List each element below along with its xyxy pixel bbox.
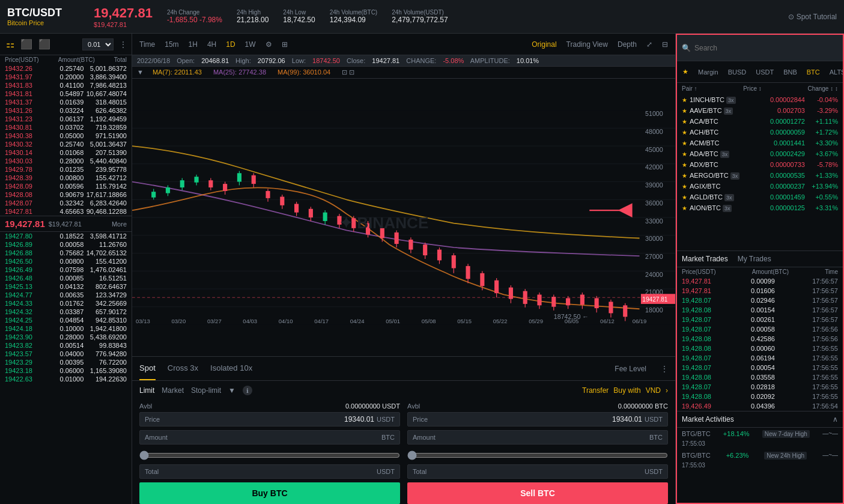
- bid-row[interactable]: 19424.320.03387657.90172: [0, 308, 132, 316]
- pair-list-item[interactable]: ★ ACA/BTC 0.00001272 +1.11%: [677, 116, 843, 127]
- buy-amount-input[interactable]: [175, 433, 379, 442]
- sell-amount-input[interactable]: [443, 433, 647, 442]
- bid-row[interactable]: 19422.630.01000194.22630: [0, 375, 132, 383]
- ask-row[interactable]: 19430.380.05000971.51900: [0, 132, 132, 140]
- chart-grid-icon[interactable]: ⊞: [279, 39, 290, 50]
- original-view-btn[interactable]: Original: [529, 39, 559, 50]
- stop-limit-order-type[interactable]: Stop-limit: [191, 386, 221, 395]
- ask-row[interactable]: 19431.970.200003,886.39400: [0, 73, 132, 81]
- ask-row[interactable]: 19431.370.01639318.48015: [0, 98, 132, 106]
- my-trades-tab[interactable]: My Trades: [738, 255, 771, 263]
- pair-favorite-star[interactable]: ★: [682, 172, 687, 179]
- bid-row[interactable]: 19424.180.100001,942.41800: [0, 324, 132, 333]
- bid-row[interactable]: 19424.770.00635123.34729: [0, 291, 132, 299]
- bid-row[interactable]: 19426.880.7568214,702.65132: [0, 249, 132, 257]
- bid-row[interactable]: 19424.250.04854942.85310: [0, 316, 132, 324]
- pair-favorite-star[interactable]: ★: [682, 129, 687, 136]
- pair-list-item[interactable]: ★ AAVE/BTC3x 0.002703 -3.29%: [677, 105, 843, 116]
- bid-row[interactable]: 19426.500.00800155.41200: [0, 257, 132, 266]
- pair-list-item[interactable]: ★ AGIX/BTC 0.00000237 +13.94%: [677, 181, 843, 192]
- transfer-link[interactable]: Transfer: [582, 386, 609, 395]
- pair-list-item[interactable]: ★ 1INCH/BTC3x 0.00002844 -0.04%: [677, 94, 843, 105]
- pair-favorite-star[interactable]: ★: [682, 162, 687, 168]
- pair-list-item[interactable]: ★ AGLD/BTC3x 0.00001459 +0.55%: [677, 192, 843, 202]
- usdt-tab[interactable]: USDT: [754, 67, 776, 77]
- buy-price-input-row[interactable]: Price USDT: [139, 412, 400, 427]
- tick-size-select[interactable]: 0.01 0.1 1: [82, 38, 114, 50]
- bid-row[interactable]: 19425.130.04132802.64637: [0, 282, 132, 291]
- buy-slider-row[interactable]: [139, 448, 400, 464]
- bid-row[interactable]: 19426.480.0008516.51251: [0, 274, 132, 282]
- buy-with-link[interactable]: Buy with: [613, 386, 640, 395]
- sell-slider-row[interactable]: [407, 448, 668, 464]
- search-bar[interactable]: 🔍: [677, 35, 843, 61]
- order-type-info-icon[interactable]: ℹ: [243, 386, 252, 395]
- bid-row[interactable]: 19427.800.185223,598.41712: [0, 232, 132, 240]
- buy-total-input[interactable]: [175, 467, 374, 476]
- isolated-tab[interactable]: Isolated 10x: [210, 357, 252, 380]
- ask-row[interactable]: 19428.070.323426,283.42640: [0, 199, 132, 207]
- pair-favorite-star[interactable]: ★: [682, 140, 687, 147]
- ask-row[interactable]: 19428.390.00800155.42712: [0, 174, 132, 182]
- sell-amount-input-row[interactable]: Amount BTC: [407, 430, 668, 445]
- sell-price-input[interactable]: [443, 415, 642, 424]
- market-order-type[interactable]: Market: [162, 386, 184, 395]
- chart-settings-icon[interactable]: ⚙: [263, 39, 275, 50]
- bid-row[interactable]: 19423.290.0039576.72200: [0, 358, 132, 366]
- trading-view-btn[interactable]: Trading View: [564, 39, 610, 50]
- favorites-tab[interactable]: ★: [681, 67, 690, 77]
- busd-tab[interactable]: BUSD: [726, 67, 748, 77]
- sell-total-input[interactable]: [443, 467, 642, 476]
- buy-amount-input-row[interactable]: Amount BTC: [139, 430, 400, 445]
- layout-icon[interactable]: ⊟: [660, 39, 670, 50]
- pair-favorite-star[interactable]: ★: [682, 108, 687, 114]
- pair-list-item[interactable]: ★ ACH/BTC 0.00000059 +1.72%: [677, 127, 843, 138]
- pair-favorite-star[interactable]: ★: [682, 183, 687, 190]
- pair-list-item[interactable]: ★ ACM/BTC 0.0001441 +3.30%: [677, 138, 843, 148]
- market-trades-tab[interactable]: Market Trades: [682, 255, 728, 263]
- spot-tutorial-link[interactable]: ⊙ Spot Tutorial: [788, 13, 837, 21]
- ask-row[interactable]: 19431.230.061371,192.49459: [0, 115, 132, 123]
- pair-favorite-star[interactable]: ★: [682, 118, 687, 125]
- more-button[interactable]: More: [112, 220, 127, 228]
- bid-row[interactable]: 19423.570.04000776.94280: [0, 350, 132, 358]
- bid-row[interactable]: 19423.180.060001,165.39080: [0, 366, 132, 375]
- depth-view-btn[interactable]: Depth: [615, 39, 639, 50]
- settings-icon[interactable]: ⋮: [120, 40, 127, 49]
- pair-list-item[interactable]: ★ AERGO/BTC3x 0.00000535 +1.33%: [677, 170, 843, 181]
- pair-list-item[interactable]: ★ ADX/BTC 0.00000733 -5.78%: [677, 159, 843, 170]
- interval-4h[interactable]: 4H: [205, 39, 219, 50]
- ask-row[interactable]: 19431.260.03224626.46382: [0, 106, 132, 115]
- bid-row[interactable]: 19423.820.0051499.83843: [0, 341, 132, 350]
- order-type-chevron[interactable]: ▼: [228, 386, 235, 395]
- ask-row[interactable]: 19432.260.257405,001.86372: [0, 64, 132, 73]
- bid-row[interactable]: 19426.490.075981,476.02461: [0, 266, 132, 274]
- pair-list-item[interactable]: ★ ADA/BTC3x 0.00002429 +3.67%: [677, 148, 843, 159]
- interval-1d[interactable]: 1D: [223, 39, 237, 50]
- sell-amount-slider[interactable]: [407, 451, 668, 460]
- ask-row[interactable]: 19430.030.280005,440.40840: [0, 157, 132, 165]
- sell-price-input-row[interactable]: Price USDT: [407, 412, 668, 427]
- buy-price-input[interactable]: [175, 415, 374, 424]
- interval-15m[interactable]: 15m: [162, 39, 181, 50]
- ask-row[interactable]: 19428.090.00596115.79142: [0, 182, 132, 190]
- buy-with-arrow[interactable]: ›: [666, 386, 668, 395]
- pair-favorite-star[interactable]: ★: [682, 194, 687, 201]
- limit-order-type[interactable]: Limit: [139, 386, 154, 395]
- pair-sub[interactable]: Bitcoin Price: [7, 19, 79, 26]
- fee-level-link[interactable]: Fee Level: [615, 365, 646, 373]
- activities-collapse-icon[interactable]: ∧: [833, 415, 838, 424]
- interval-1h[interactable]: 1H: [186, 39, 200, 50]
- pair-list-item[interactable]: ★ AION/BTC3x 0.00000125 +3.31%: [677, 202, 843, 213]
- ob-view-both[interactable]: ⚏: [5, 37, 16, 51]
- ask-row[interactable]: 19430.140.01068207.51390: [0, 148, 132, 157]
- bid-row[interactable]: 19423.900.280005,438.69200: [0, 333, 132, 341]
- pair-favorite-star[interactable]: ★: [682, 151, 687, 157]
- ask-row[interactable]: 19431.810.5489710,667.48074: [0, 90, 132, 98]
- margin-tab[interactable]: Margin: [696, 67, 720, 77]
- bid-row[interactable]: 19424.330.01762342.25669: [0, 299, 132, 308]
- expand-icon[interactable]: ⤢: [644, 39, 655, 50]
- bnb-tab[interactable]: BNB: [782, 67, 799, 77]
- spot-tab[interactable]: Spot: [139, 357, 156, 380]
- cross-tab[interactable]: Cross 3x: [168, 357, 198, 380]
